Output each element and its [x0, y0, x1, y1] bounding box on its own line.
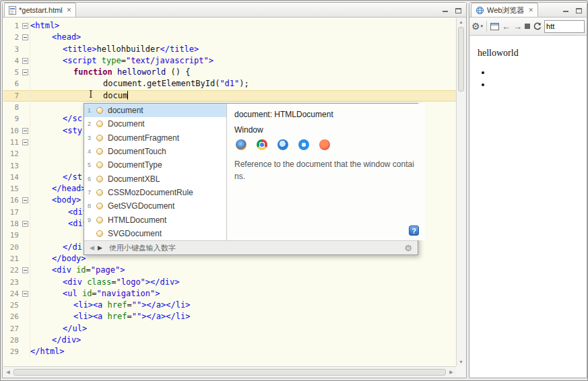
forward-button[interactable]: → [513, 22, 522, 31]
code-text: <div id="page"> [30, 265, 456, 276]
line-number: 9 [3, 113, 21, 125]
code-line[interactable]: 22<div id="page"> [3, 265, 456, 276]
code-line[interactable]: 23<div class="logo"></div> [3, 277, 456, 288]
code-line[interactable]: 3<title>hellohbuilder</title> [3, 44, 456, 55]
fold-toggle-icon[interactable] [21, 137, 30, 148]
numpad-key-label: 1 [88, 107, 94, 114]
completion-label: SVGDocument [108, 229, 162, 238]
completion-item[interactable]: 8GetSVGDocument [84, 199, 226, 213]
line-number: 29 [3, 346, 21, 357]
browser-list-item [492, 79, 586, 92]
fold-toggle-icon[interactable] [21, 265, 30, 276]
fold-column [21, 90, 30, 102]
close-tab-icon[interactable]: ✕ [528, 7, 533, 13]
settings-gear-icon[interactable]: ⚙ [404, 243, 412, 253]
line-number: 3 [3, 44, 21, 55]
numpad-key-label: 2 [88, 120, 94, 127]
open-in-browser-button[interactable] [490, 23, 499, 30]
refresh-button[interactable] [533, 22, 542, 31]
code-line[interactable]: 7docum [3, 90, 456, 102]
editor-vertical-scrollbar[interactable]: ▲ ▼ [456, 18, 465, 366]
completion-item[interactable]: 7CSSMozDocumentRule [84, 186, 226, 199]
completion-item[interactable]: 2Document [84, 117, 226, 131]
back-button[interactable]: ← [502, 22, 511, 31]
tab-web-browser[interactable]: Web浏览器 ✕ [471, 3, 538, 17]
line-number: 8 [3, 102, 21, 113]
scroll-up-icon[interactable]: ▲ [457, 18, 465, 26]
fold-column [21, 172, 30, 183]
code-line[interactable]: 24<ul id="navigation"> [3, 288, 456, 300]
fold-column [21, 102, 30, 113]
minimize-icon[interactable] [561, 5, 570, 13]
fold-column [21, 44, 30, 55]
fold-toggle-icon[interactable] [21, 20, 30, 32]
editor-horizontal-scrollbar[interactable]: ◀ ▶ [3, 366, 456, 377]
close-tab-icon[interactable]: ✕ [67, 7, 72, 13]
code-line[interactable]: 28</div> [3, 335, 456, 346]
fold-toggle-icon[interactable] [21, 125, 30, 137]
completion-item[interactable]: 1document [84, 104, 226, 117]
completion-item[interactable]: 9HTMLDocument [84, 213, 226, 226]
fold-column [21, 113, 30, 125]
numpad-key-label: 7 [88, 189, 94, 196]
scroll-left-icon[interactable]: ◀ [3, 370, 13, 375]
line-number: 19 [3, 230, 21, 241]
doc-title: document: HTMLDocument [234, 110, 418, 119]
code-line[interactable]: 27</ul> [3, 323, 456, 335]
help-icon[interactable]: ? [409, 226, 419, 236]
code-line[interactable]: 25<li><a href=""></a></li> [3, 300, 456, 311]
completion-item[interactable]: 5DocumentType [84, 158, 226, 172]
code-text: <li><a href=""></a></li> [30, 300, 456, 311]
horizontal-scroll-thumb[interactable] [13, 369, 446, 376]
object-icon [96, 217, 103, 223]
completion-item[interactable]: 3DocumentFragment [84, 131, 226, 145]
next-page-icon[interactable]: ▶ [98, 244, 102, 251]
scroll-down-icon[interactable]: ▼ [457, 358, 465, 366]
ie-browser-icon [277, 139, 288, 150]
line-number: 23 [3, 277, 21, 288]
fold-toggle-icon[interactable] [21, 288, 30, 300]
code-line[interactable]: 1<html> [3, 20, 456, 32]
code-line[interactable]: 4<script type="text/javascript"> [3, 55, 456, 67]
completion-label: document [108, 106, 143, 115]
fold-toggle-icon[interactable] [21, 55, 30, 67]
code-line[interactable]: 5function helloworld () { [3, 67, 456, 78]
line-number: 22 [3, 265, 21, 276]
scroll-right-icon[interactable]: ▶ [447, 370, 456, 375]
completion-label: DocumentXBL [108, 174, 160, 184]
tab-getstart-html[interactable]: *getstart.html ✕ [4, 3, 76, 17]
code-text: </html> [30, 346, 456, 357]
minimize-icon[interactable] [440, 5, 450, 13]
completion-item[interactable]: 6DocumentXBL [84, 172, 226, 185]
prev-page-icon[interactable]: ◀ [90, 244, 94, 251]
code-line[interactable]: 29</html> [3, 346, 456, 357]
stop-button[interactable] [525, 24, 530, 29]
object-icon [96, 148, 103, 155]
maximize-icon[interactable] [574, 5, 583, 13]
browser-settings-button[interactable]: ⚙ ▾ [471, 21, 483, 32]
code-line[interactable]: 6document.getElementById("d1"); [3, 78, 456, 90]
line-number: 18 [3, 218, 21, 230]
autocomplete-popup: 1document2Document3DocumentFragment4Docu… [84, 103, 418, 255]
vertical-scroll-thumb[interactable] [458, 27, 464, 92]
fold-toggle-icon[interactable] [21, 218, 30, 230]
url-input[interactable] [544, 20, 585, 33]
line-number: 2 [3, 32, 21, 43]
completion-item[interactable]: 4DocumentTouch [84, 145, 226, 158]
line-number: 7 [3, 90, 21, 102]
stop-icon [525, 24, 530, 29]
maximize-icon[interactable] [453, 5, 463, 13]
fold-toggle-icon[interactable] [21, 67, 30, 78]
fold-toggle-icon[interactable] [21, 195, 30, 206]
code-text: <title>hellohbuilder</title> [30, 44, 456, 55]
line-number: 24 [3, 288, 21, 300]
line-number: 6 [3, 78, 21, 90]
code-text: document.getElementById("d1"); [30, 78, 456, 90]
object-icon [96, 120, 103, 127]
code-text: <head> [30, 32, 456, 43]
completion-item[interactable]: SVGDocument [84, 227, 226, 240]
fold-toggle-icon[interactable] [21, 32, 30, 43]
code-line[interactable]: 26<li><a href=""></a></li> [3, 311, 456, 322]
object-icon [96, 203, 103, 209]
code-line[interactable]: 2<head> [3, 32, 456, 43]
